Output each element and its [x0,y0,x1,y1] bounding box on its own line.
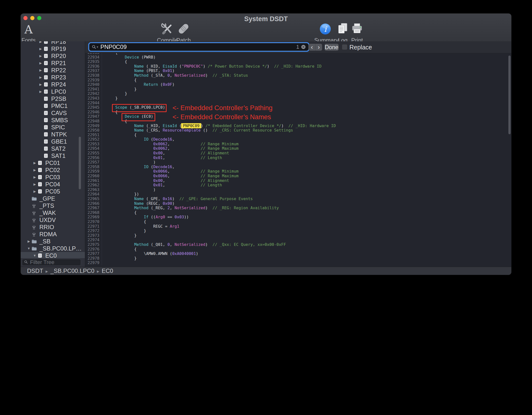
chevron-right-icon[interactable]: ▶ [32,168,37,172]
chevron-right-icon[interactable]: ▶ [38,90,43,93]
code-line: 22953 0x0062, // Range Minimum [85,142,511,147]
chevron-right-icon[interactable]: ▶ [32,190,37,193]
code-editor[interactable]: 22933 {22934 Device (PWRB)22935 {22936 N… [85,53,511,267]
window-title: System DSDT [21,15,511,23]
chevron-right-icon[interactable]: ▶ [26,239,31,243]
breadcrumb-item[interactable]: EC0 [102,267,113,274]
line-number: 22956 [85,156,102,160]
compile-icon [160,22,174,37]
line-number: 22939 [85,78,102,83]
sidebar-item-sat2[interactable]: SAT2 [21,145,85,152]
filter-tree-input[interactable] [30,259,79,266]
done-button[interactable]: Done [325,44,339,51]
sidebar-item-rp21[interactable]: ▶RP21 [21,59,85,67]
sidebar-item-cavs[interactable]: CAVS [21,109,85,117]
editor-scrollbar[interactable] [508,56,511,134]
breadcrumb-item[interactable]: DSDT [27,267,43,274]
sidebar-item-rp19[interactable]: ▶RP19 [21,45,85,52]
sidebar-item-_sbpc00lp[interactable]: ▼_SB.PC00.LP… [21,245,85,252]
sidebar-item-rrio[interactable]: RRIO [21,223,85,231]
sidebar-item-pc01[interactable]: ▶PC01 [21,159,85,166]
sidebar-item-uxdv[interactable]: UXDV [21,216,85,223]
find-previous-button[interactable]: ‹ [309,44,315,51]
line-number: 22934 [85,55,102,60]
breadcrumb-item[interactable]: _SB.PC00.LPC0 [50,267,94,274]
code-line: 22975 Method (_Q01, 0, NotSerialized) //… [85,242,511,247]
sidebar-item-rdma[interactable]: RDMA [21,231,85,238]
fonts-icon: A [24,24,32,35]
code-line: 22956 0x01, // Length [85,156,511,160]
chevron-right-icon[interactable]: ▶ [38,41,43,44]
sidebar-item-ntpk[interactable]: NTPK [21,131,85,138]
sidebar-item-spic[interactable]: SPIC [21,124,85,131]
find-input-field[interactable]: ▾ 1 [89,43,309,51]
replace-checkbox[interactable] [342,44,347,50]
sidebar-item-smbs[interactable]: SMBS [21,117,85,124]
folder-icon [31,196,37,201]
sidebar-item-label: GBE1 [51,138,67,145]
filter-tree-field[interactable] [22,259,81,266]
sidebar-item-_gpe[interactable]: _GPE [21,195,85,202]
code-line: 22977 \AMW0.AMWN (0xA0040001) [85,252,511,256]
patch-button[interactable]: Patch [172,22,195,43]
sidebar-item-label: SAT2 [51,145,65,152]
line-number: 22977 [85,252,102,256]
chevron-right-icon[interactable]: ▶ [32,182,37,186]
chevron-down-icon[interactable]: ▼ [32,254,37,257]
code-line: 22954 0x0062, // Range Maximum [85,146,511,151]
sidebar-item-pc05[interactable]: ▶PC05 [21,188,85,195]
chevron-right-icon[interactable]: ▶ [32,161,37,165]
sidebar-item-pc04[interactable]: ▶PC04 [21,181,85,188]
line-number: 22958 [85,165,102,169]
code-line: 22950 Name (_CRS, ResourceTemplate () //… [85,128,511,133]
annotation-box-scope [112,104,167,112]
clear-search-icon[interactable] [301,44,306,49]
doc-icon [43,96,49,102]
chevron-right-icon[interactable]: ▶ [38,75,43,79]
doc-icon [43,110,49,116]
sidebar-item-sat1[interactable]: SAT1 [21,152,85,159]
sidebar-item-rp20[interactable]: ▶RP20 [21,52,85,59]
line-number: 22937 [85,69,102,73]
sidebar-item-_wak[interactable]: _WAK [21,209,85,216]
code-line: 22978 } [85,256,511,261]
find-next-button[interactable]: › [315,44,322,51]
sidebar-item-_pts[interactable]: _PTS [21,202,85,209]
code-line: 22942 } [85,91,511,96]
code-line: 22959 0x0066, // Range Minimum [85,169,511,174]
chevron-right-icon[interactable]: ▶ [32,175,37,179]
sidebar-item-p2sb[interactable]: P2SB [21,95,85,102]
sidebar-item-pc03[interactable]: ▶PC03 [21,174,85,181]
chevron-right-icon[interactable]: ▶ [38,54,43,58]
chevron-right-icon[interactable]: ▶ [38,47,43,51]
sidebar-item-gbe1[interactable]: GBE1 [21,138,85,145]
line-number: 22946 [85,110,102,115]
sidebar-item-label: RP20 [51,53,66,59]
chevron-right-icon[interactable]: ▶ [38,61,43,65]
chevron-down-icon[interactable]: ▼ [26,247,31,250]
doc-icon [43,46,49,52]
sidebar-item-rp23[interactable]: ▶RP23 [21,74,85,81]
doc-icon [43,41,49,44]
sidebar-item-_sb[interactable]: ▶_SB [21,238,85,245]
sidebar-item-lpc0[interactable]: ▶LPC0 [21,88,85,95]
sidebar-item-rp18[interactable]: ▶RP18 [21,41,85,45]
search-menu-icon[interactable]: ▾ [92,45,98,49]
find-input[interactable] [100,43,295,51]
line-number: 22938 [85,73,102,78]
chevron-right-icon[interactable]: ▶ [38,83,43,86]
doc-icon [37,175,43,180]
method-icon [31,203,37,208]
chevron-right-icon[interactable]: ▶ [38,68,43,72]
doc-icon [43,153,49,159]
sidebar-item-pmc1[interactable]: PMC1 [21,102,85,109]
sidebar-scrollbar[interactable] [79,137,81,189]
sidebar-item-rp24[interactable]: ▶RP24 [21,81,85,88]
sidebar-item-ec0[interactable]: ▼EC0 [21,252,85,258]
sidebar-item-rp22[interactable]: ▶RP22 [21,67,85,74]
code-line: 22972 } [85,229,511,233]
fonts-button[interactable]: A Fonts [21,22,36,43]
print-button[interactable]: Print [346,22,368,43]
code-line: 22934 Device (PWRB) [85,55,511,60]
sidebar-item-pc02[interactable]: ▶PC02 [21,166,85,174]
